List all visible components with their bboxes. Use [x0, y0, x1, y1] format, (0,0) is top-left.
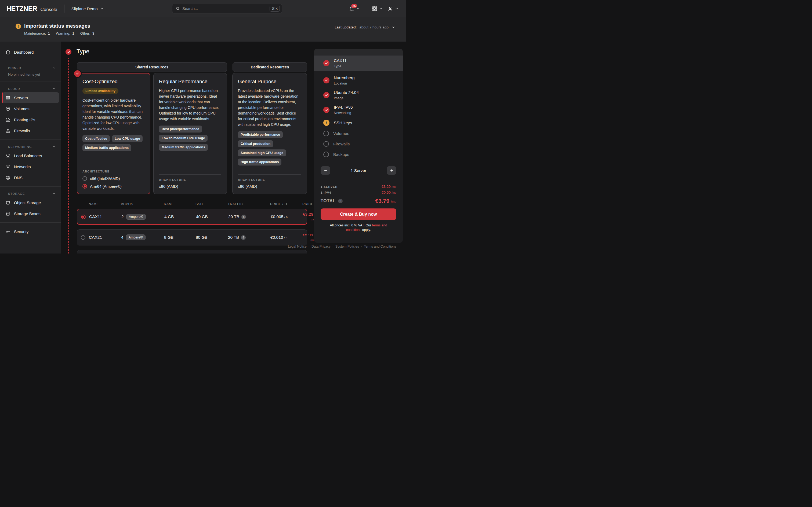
- step-networking[interactable]: IPv4, IPv6 Networking: [314, 103, 403, 117]
- step-value: Firewalls: [333, 142, 350, 147]
- euro-info-icon[interactable]: €: [241, 235, 246, 240]
- cell-ram: 4 GB: [164, 214, 196, 219]
- user-menu[interactable]: [387, 5, 400, 13]
- last-updated-dropdown[interactable]: Last updated: about 7 hours ago: [335, 25, 395, 29]
- euro-info-icon[interactable]: €: [241, 215, 246, 219]
- radio-arm64-ampere[interactable]: Arm64 (Ampere®): [83, 184, 145, 188]
- step-type-current[interactable]: CAX11 Type: [314, 56, 403, 71]
- sidebar-item-servers[interactable]: Servers: [2, 92, 59, 103]
- sidebar-item-networks[interactable]: Networks: [2, 161, 59, 172]
- footer-link-data-privacy[interactable]: Data Privacy: [311, 245, 336, 248]
- column-header-ram[interactable]: RAM: [164, 202, 196, 206]
- search-input[interactable]: [182, 6, 267, 11]
- workspace-switcher[interactable]: Sliplane Demo: [71, 6, 104, 11]
- radio-icon: [83, 176, 87, 181]
- sidebar-item-label: Floating IPs: [14, 117, 35, 122]
- sidebar-item-load-balancers[interactable]: Load Balancers: [2, 150, 59, 161]
- table-row-cax11[interactable]: CAX11 2 Ampere® 4 GB 40 GB 20 TB € €0.00…: [77, 209, 307, 225]
- step-value: Backups: [333, 152, 349, 157]
- create-buy-now-button[interactable]: Create & Buy now: [321, 209, 396, 220]
- hetzner-logo: HETZNER: [6, 5, 37, 13]
- cell-vcpus: 2: [121, 214, 124, 219]
- cell-name: CAX11: [89, 214, 121, 219]
- increase-server-button[interactable]: [387, 166, 396, 175]
- tab-dedicated-resources[interactable]: Dedicated Resources: [233, 62, 307, 72]
- radio-selected-icon[interactable]: [81, 215, 86, 219]
- selected-check-icon: [74, 70, 81, 77]
- chevron-down-icon: [52, 66, 56, 70]
- column-header-vcpus[interactable]: VCPUS: [121, 202, 164, 206]
- card-title: Regular Performance: [159, 78, 221, 84]
- step-value: Volumes: [333, 131, 349, 136]
- radio-icon[interactable]: [81, 235, 85, 240]
- column-header-ssd[interactable]: SSD: [196, 202, 228, 206]
- help-question-icon[interactable]: ?: [338, 199, 343, 203]
- sidebar-item-volumes[interactable]: Volumes: [2, 103, 59, 114]
- step-value: Ubuntu 24.04: [334, 90, 359, 95]
- table-row-cax21[interactable]: CAX21 4 Ampere® 8 GB 80 GB 20 TB € €0.01…: [77, 229, 307, 245]
- maintenance-count: Maintenance: 1: [24, 32, 50, 36]
- top-navbar: HETZNER Console Sliplane Demo ⌘ K 25: [0, 0, 406, 17]
- load-balancer-icon: [5, 153, 10, 158]
- footer-link-system-policies[interactable]: System Policies: [336, 245, 364, 248]
- step-label: Image: [334, 96, 359, 100]
- step-value: Nuremberg: [334, 75, 355, 80]
- brand[interactable]: HETZNER Console: [6, 5, 57, 13]
- price-line-label: 1 IPV4: [321, 191, 331, 194]
- step-label: Location: [334, 81, 355, 85]
- step-ssh-keys[interactable]: ! SSH keys: [314, 117, 403, 128]
- sidebar-section-cloud[interactable]: CLOUD: [0, 85, 61, 92]
- sidebar-section-storage[interactable]: STORAGE: [0, 190, 61, 197]
- column-header-name[interactable]: NAME: [89, 202, 121, 206]
- radio-x86-intel-amd[interactable]: x86 (Intel®/AMD): [83, 176, 145, 181]
- notifications-menu[interactable]: 25: [348, 5, 361, 13]
- total-label: TOTAL: [321, 199, 336, 203]
- architecture-label: ARCHITECTURE: [159, 178, 221, 181]
- sidebar-section-pinned[interactable]: PINNED: [0, 65, 61, 71]
- tab-shared-resources[interactable]: Shared Resources: [77, 62, 227, 72]
- search-icon: [175, 6, 180, 11]
- sidebar-item-storage-boxes[interactable]: Storage Boxes: [2, 208, 59, 219]
- home-icon: [5, 50, 10, 55]
- sidebar-item-floating-ips[interactable]: Floating IPs: [2, 114, 59, 125]
- sidebar-item-dns[interactable]: DNS: [2, 172, 59, 183]
- step-image[interactable]: Ubuntu 24.04 Image: [314, 88, 403, 103]
- sidebar-divider: [0, 81, 61, 82]
- step-firewalls[interactable]: Firewalls: [314, 139, 403, 149]
- card-general-purpose[interactable]: General Purpose Provides dedicated vCPUs…: [232, 73, 307, 194]
- sidebar-item-object-storage[interactable]: Object Storage: [2, 197, 59, 208]
- last-updated-value: about 7 hours ago: [359, 25, 389, 29]
- step-value: SSH keys: [334, 120, 352, 125]
- server-count-stepper: 1 Server: [314, 164, 403, 177]
- sidebar-item-dashboard[interactable]: Dashboard: [2, 47, 59, 57]
- sidebar-item-security[interactable]: Security: [2, 226, 59, 237]
- sidebar-item-label: DNS: [14, 175, 22, 180]
- main-content: Type Shared Resources Dedicated Resource…: [61, 42, 406, 253]
- sidebar-item-label: Dashboard: [14, 50, 34, 54]
- step-location[interactable]: Nuremberg Location: [314, 73, 403, 88]
- sidebar-divider: [0, 222, 61, 223]
- decrease-server-button[interactable]: [321, 166, 330, 175]
- workspace-name: Sliplane Demo: [71, 6, 98, 11]
- step-backups[interactable]: Backups: [314, 149, 403, 160]
- step-empty-circle-icon: [323, 141, 329, 147]
- global-search[interactable]: ⌘ K: [172, 4, 282, 13]
- step-volumes[interactable]: Volumes: [314, 128, 403, 139]
- apps-menu[interactable]: [371, 5, 384, 12]
- table-row-partial[interactable]: [77, 250, 307, 253]
- column-header-price-h[interactable]: PRICE / H: [270, 202, 302, 206]
- footer-link-legal-notice[interactable]: Legal Notice: [288, 245, 311, 248]
- step-done-check-icon: [323, 60, 329, 66]
- ampere-badge: Ampere®: [126, 234, 146, 240]
- navbar-divider: [64, 5, 64, 13]
- step-warning-icon: !: [323, 120, 329, 126]
- column-header-traffic[interactable]: TRAFFIC: [228, 202, 270, 206]
- sidebar-item-label: Object Storage: [14, 201, 41, 205]
- footer-link-terms[interactable]: Terms and Conditions: [364, 245, 396, 248]
- legal-footer: Legal NoticeData PrivacySystem PoliciesT…: [288, 245, 396, 248]
- card-description: Provides dedicated vCPUs on the latest a…: [238, 88, 301, 127]
- card-cost-optimized[interactable]: Cost-Optimized Limited availability Cost…: [77, 73, 150, 194]
- card-regular-performance[interactable]: Regular Performance Higher CPU performan…: [153, 73, 227, 194]
- sidebar-item-firewalls[interactable]: Firewalls: [2, 125, 59, 136]
- sidebar-section-networking[interactable]: NETWORKING: [0, 143, 61, 150]
